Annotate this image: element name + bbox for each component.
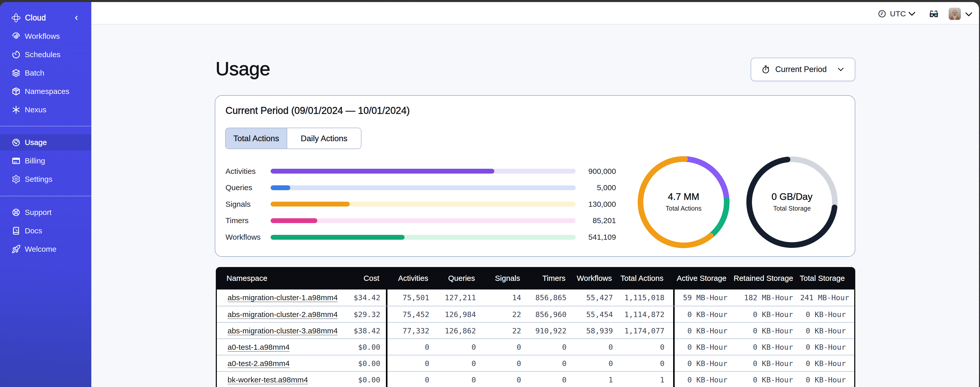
cell-queries: 126,984 (433, 310, 480, 319)
bar-track (270, 235, 576, 240)
bar-track (270, 186, 576, 190)
namespace-link[interactable]: a0-test-1.a98mm4 (228, 343, 290, 351)
cell-active_storage: 0 KB-Hour (673, 339, 735, 355)
donut-center-value: 4.7 MM (638, 192, 730, 201)
namespace-link[interactable]: abs-migration-cluster-1.a98mm4 (228, 293, 338, 302)
cell-retained_storage: 182 MB-Hour (735, 293, 800, 302)
sidebar-item-label: Schedules (25, 50, 60, 59)
sidebar-item-namespaces[interactable]: Namespaces (0, 83, 91, 99)
timezone-picker[interactable]: UTC (878, 6, 932, 21)
cell-signals: 14 (480, 293, 525, 302)
sidebar-item-billing[interactable]: Billing (0, 153, 91, 169)
cell-queries: 0 (433, 376, 480, 384)
col-header-timers: Timers (524, 274, 570, 283)
total-storage-donut: 0 GB/DayTotal Storage (746, 157, 838, 248)
main-area: Usage Current Period Current Period (09/… (91, 24, 979, 387)
sidebar-brand: Cloud (0, 9, 91, 27)
bar-fill (270, 186, 290, 190)
bar-fill (270, 235, 404, 240)
bar-value: 5,000 (565, 183, 616, 192)
cell-queries: 0 (433, 343, 480, 352)
sidebar-item-label: Support (25, 208, 51, 217)
user-menu-button[interactable] (964, 10, 974, 19)
namespace-link[interactable]: abs-migration-cluster-2.a98mm4 (228, 310, 338, 318)
cell-activities: 0 (386, 339, 433, 355)
settings-icon (11, 174, 21, 184)
cell-activities: 77,332 (386, 323, 433, 339)
bar-track (270, 218, 576, 223)
cell-total_actions: 1 (617, 376, 673, 384)
timezone-label: UTC (890, 10, 906, 18)
cell-total_actions: 0 (617, 359, 673, 368)
cell-total_storage: 0 KB-Hour (800, 310, 855, 319)
sidebar-item-label: Batch (25, 69, 45, 77)
sidebar-item-batch[interactable]: Batch (0, 65, 91, 81)
tab-total-actions[interactable]: Total Actions (226, 128, 287, 149)
bar-value: 541,109 (565, 233, 616, 241)
cell-retained_storage: 0 KB-Hour (735, 326, 800, 335)
bar-label: Queries (226, 183, 252, 192)
glasses-icon (929, 10, 938, 18)
stopwatch-icon (761, 65, 770, 74)
sidebar-item-welcome[interactable]: Welcome (0, 241, 91, 257)
cell-total_actions: 1,115,018 (617, 293, 673, 302)
table-header: NamespaceCostActivitiesQueriesSignalsTim… (216, 267, 855, 289)
sidebar-item-label: Namespaces (25, 87, 69, 96)
temporal-logo-icon (11, 13, 21, 22)
cell-activities: 0 (386, 355, 433, 372)
donut-center-label: Total Actions (638, 205, 730, 212)
chevron-down-icon (907, 9, 916, 18)
cell-retained_storage: 0 KB-Hour (735, 376, 800, 384)
bar-fill (270, 201, 350, 206)
total-actions-donut: 4.7 MMTotal Actions (638, 156, 730, 248)
cell-active_storage: 0 KB-Hour (673, 372, 735, 387)
cell-total_storage: 0 KB-Hour (800, 359, 855, 368)
cell-timers: 856,865 (525, 293, 571, 302)
sidebar-item-label: Docs (25, 226, 42, 235)
cell-queries: 127,211 (433, 293, 480, 302)
col-header-total_storage: Total Storage (799, 274, 854, 283)
namespace-link[interactable]: abs-migration-cluster-3.a98mm4 (228, 326, 338, 335)
col-header-signals: Signals (479, 274, 524, 283)
table-row: bk-worker-test.a98mm4$0.000000110 KB-Hou… (217, 371, 854, 387)
cell-cost: $38.42 (344, 326, 386, 335)
table-body: abs-migration-cluster-1.a98mm4$34.4275,5… (216, 289, 855, 387)
cell-signals: 22 (480, 310, 525, 319)
table-row: abs-migration-cluster-2.a98mm4$29.3275,4… (217, 306, 854, 322)
cell-timers: 0 (525, 359, 571, 368)
namespace-link[interactable]: a0-test-2.a98mm4 (228, 359, 290, 368)
cell-active_storage: 0 KB-Hour (673, 323, 735, 339)
sidebar-item-usage[interactable]: Usage (0, 134, 91, 150)
sidebar-item-support[interactable]: Support (0, 204, 91, 221)
cell-cost: $0.00 (344, 343, 386, 352)
chevron-down-icon (964, 10, 974, 19)
cell-workflows: 55,427 (571, 293, 617, 302)
support-icon (11, 208, 21, 217)
chevron-down-icon (837, 66, 845, 73)
sidebar-item-settings[interactable]: Settings (0, 171, 91, 187)
card-heading: Current Period (09/01/2024 — 10/01/2024) (226, 106, 410, 115)
sidebar-item-schedules[interactable]: Schedules (0, 46, 91, 63)
namespace-link[interactable]: bk-worker-test.a98mm4 (228, 376, 308, 384)
col-header-activities: Activities (385, 274, 432, 283)
avatar[interactable] (949, 8, 961, 20)
cell-active_storage: 0 KB-Hour (673, 355, 735, 372)
sidebar-item-docs[interactable]: Docs (0, 222, 91, 239)
col-header-total_actions: Total Actions (616, 274, 672, 283)
sidebar-item-nexus[interactable]: Nexus (0, 102, 91, 118)
cell-timers: 910,922 (525, 326, 571, 335)
donut-center-value: 0 GB/Day (746, 192, 838, 201)
cell-total_actions: 1,114,872 (617, 310, 673, 319)
period-select-button[interactable]: Current Period (751, 58, 855, 81)
table-row: a0-test-1.a98mm4$0.000000000 KB-Hour0 KB… (217, 339, 854, 355)
col-header-retained_storage: Retained Storage (733, 274, 799, 283)
sidebar-collapse-icon[interactable] (72, 14, 80, 22)
table-row: a0-test-2.a98mm4$0.000000000 KB-Hour0 KB… (217, 355, 854, 371)
bar-label: Timers (226, 216, 249, 225)
sidebar-item-workflows[interactable]: Workflows (0, 28, 91, 45)
tab-daily-actions[interactable]: Daily Actions (287, 128, 361, 149)
bar-fill (270, 169, 494, 174)
accessibility-glasses-button[interactable] (929, 10, 938, 18)
brand-label: Cloud (25, 13, 72, 22)
cell-workflows: 0 (571, 359, 617, 368)
